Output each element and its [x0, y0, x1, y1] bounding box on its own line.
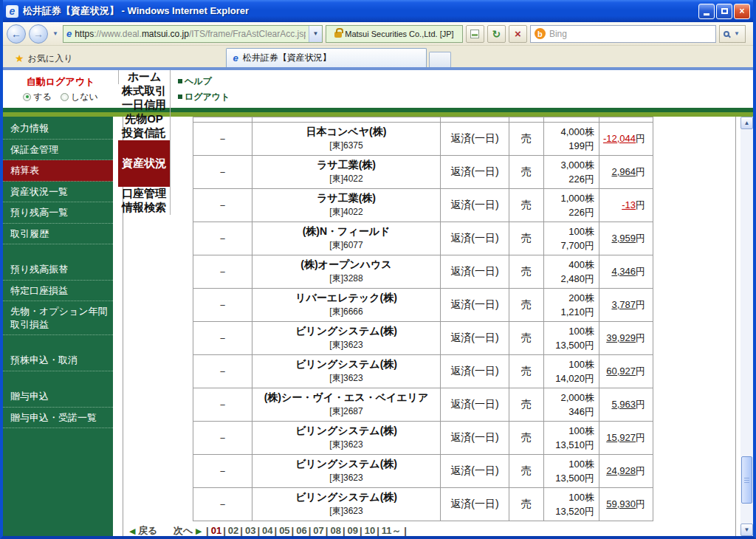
- cell-action: 返済(一日): [441, 156, 509, 189]
- sidebar-item[interactable]: 預り残高振替: [3, 259, 113, 281]
- table-row: − ラサ工業(株) [東]4022 返済(一日) 売 1,000株 226円 -…: [193, 189, 653, 222]
- profit-link[interactable]: 4,346: [611, 266, 636, 277]
- profit-link[interactable]: 59,930: [606, 498, 636, 509]
- cell-profit: 39,929円: [599, 322, 653, 355]
- stock-code: [東]3288: [252, 272, 440, 285]
- top-nav-link[interactable]: ヘルプ: [178, 75, 230, 88]
- page-number-link[interactable]: |11～: [377, 525, 401, 536]
- profit-link[interactable]: 3,787: [611, 299, 636, 310]
- cell-action: 返済(一日): [441, 289, 509, 322]
- compatibility-view-button[interactable]: [466, 25, 484, 43]
- sidebar-item[interactable]: 余力情報: [3, 118, 113, 140]
- page-number-link[interactable]: |03: [240, 525, 255, 536]
- page-number-link[interactable]: |04: [257, 525, 272, 536]
- page-number-link[interactable]: |06: [292, 525, 307, 536]
- page-number-link[interactable]: |01: [206, 525, 221, 536]
- price: 226円: [544, 205, 594, 220]
- page-body: 余力情報保証金管理精算表資産状況一覧預り残高一覧取引履歴預り残高振替特定口座損益…: [3, 117, 753, 536]
- page-viewport: 自動ログアウト する しない ホーム株式取引一日信用先物OP投資信託資産状況口座…: [3, 70, 753, 536]
- cell-profit: 3,959円: [599, 222, 653, 255]
- sidebar-item[interactable]: 預り残高一覧: [3, 202, 113, 224]
- top-nav-item[interactable]: 一日信用: [118, 98, 171, 112]
- sidebar-item[interactable]: 贈与申込・受諾一覧: [3, 408, 113, 429]
- profit-link[interactable]: 15,927: [606, 432, 636, 443]
- certificate-badge[interactable]: Matsui Securities Co.,Ltd. [JP]: [326, 25, 463, 43]
- search-box[interactable]: b Bing: [530, 25, 716, 43]
- cell-profit: 60,927円: [599, 355, 653, 388]
- cell-action: 返済(一日): [441, 355, 509, 388]
- table-row: − リバーエレテック(株) [東]6666 返済(一日) 売 200株 1,21…: [193, 289, 653, 322]
- search-button[interactable]: ▼: [719, 25, 746, 43]
- search-dropdown-icon[interactable]: ▼: [732, 30, 741, 37]
- stock-name: (株)N・フィールド: [252, 225, 440, 238]
- profit-link[interactable]: 5,963: [611, 399, 636, 410]
- profit-unit: 円: [636, 332, 645, 343]
- favorites-button[interactable]: ★ お気に入り: [9, 49, 78, 67]
- profit-link[interactable]: 60,927: [606, 365, 636, 377]
- top-nav-item[interactable]: 情報検索: [118, 201, 171, 215]
- forward-button[interactable]: →: [29, 24, 48, 44]
- sidebar-item[interactable]: 取引履歴: [3, 224, 113, 245]
- next-page-link[interactable]: 次へ ▶: [173, 525, 202, 536]
- address-dropdown-button[interactable]: ▼: [309, 26, 322, 42]
- cell-dash: −: [193, 488, 252, 521]
- sidebar-item[interactable]: 預株申込・取消: [3, 350, 113, 371]
- history-dropdown-icon[interactable]: ▼: [51, 30, 60, 37]
- sidebar-item[interactable]: 保証金管理: [3, 140, 113, 161]
- profit-link[interactable]: -12,044: [603, 133, 636, 144]
- sidebar-item[interactable]: 贈与申込: [3, 386, 113, 408]
- top-nav-item[interactable]: 資産状況: [118, 140, 171, 187]
- sidebar-item[interactable]: 特定口座損益: [3, 281, 113, 302]
- profit-link[interactable]: 3,959: [611, 233, 636, 244]
- star-icon: ★: [15, 52, 24, 64]
- price: 2,480円: [544, 272, 594, 286]
- main-content: − 日本コンベヤ(株) [東]6375 返済(一日) 売 4,000株 199円…: [123, 117, 735, 536]
- scrollbar-thumb[interactable]: [741, 456, 752, 504]
- close-button[interactable]: ×: [734, 4, 750, 19]
- refresh-button[interactable]: ↻: [487, 25, 506, 43]
- top-nav-item[interactable]: 投資信託: [118, 126, 171, 140]
- top-nav-item[interactable]: 口座管理: [118, 187, 171, 201]
- top-nav-item[interactable]: 先物OP: [118, 112, 171, 126]
- scroll-down-button[interactable]: ▼: [740, 523, 753, 536]
- page-number-link[interactable]: |10: [360, 525, 375, 536]
- stock-code: [東]6666: [252, 306, 440, 318]
- minimize-button[interactable]: [698, 4, 715, 19]
- profit-link[interactable]: -13: [622, 199, 636, 210]
- cell-stock: (株)N・フィールド [東]6077: [252, 222, 441, 255]
- quantity: 2,000株: [544, 391, 594, 405]
- sidebar-item[interactable]: 資産状況一覧: [3, 182, 113, 203]
- stock-name: ビリングシステム(株): [252, 325, 440, 338]
- profit-link[interactable]: 39,929: [606, 332, 636, 343]
- profit-link[interactable]: 2,964: [611, 166, 636, 177]
- stock-name: ビリングシステム(株): [252, 425, 440, 438]
- active-tab[interactable]: e 松井証券【資産状況】: [226, 48, 427, 67]
- top-nav-item[interactable]: 株式取引: [118, 84, 171, 98]
- sidebar-item[interactable]: 精算表: [3, 160, 113, 182]
- sidebar-item[interactable]: 先物・オプション年間取引損益: [3, 301, 113, 335]
- cell-profit: -13円: [599, 189, 653, 222]
- address-bar[interactable]: e https://www.deal.matsui.co.jp/ITS/fram…: [63, 25, 323, 43]
- maximize-button[interactable]: [716, 4, 732, 19]
- pagination-end-bar: |: [404, 525, 407, 536]
- top-nav-link[interactable]: ログアウト: [178, 91, 230, 103]
- page-number-link[interactable]: |02: [223, 525, 238, 536]
- auto-logout-off-radio[interactable]: しない: [61, 91, 98, 103]
- new-tab-stub[interactable]: [429, 52, 451, 67]
- vertical-scrollbar[interactable]: ▲ ▼: [740, 117, 753, 536]
- page-number-link[interactable]: |05: [275, 525, 290, 536]
- prev-page-link[interactable]: ◀ 戻る: [129, 525, 157, 536]
- browser-toolbar: ← → ▼ e https://www.deal.matsui.co.jp/IT…: [3, 22, 753, 46]
- top-nav-item[interactable]: ホーム: [118, 70, 171, 84]
- scroll-up-button[interactable]: ▲: [740, 117, 753, 129]
- cell-stock: ビリングシステム(株) [東]3623: [252, 455, 441, 488]
- back-button[interactable]: ←: [7, 24, 26, 44]
- profit-link[interactable]: 24,928: [606, 465, 636, 476]
- stop-button[interactable]: ×: [509, 25, 527, 43]
- page-number-link[interactable]: |07: [309, 525, 324, 536]
- auto-logout-on-radio[interactable]: する: [23, 91, 52, 103]
- cell-action: 返済(一日): [441, 388, 509, 422]
- quantity: 4,000株: [544, 125, 594, 140]
- page-number-link[interactable]: |09: [343, 525, 358, 536]
- page-number-link[interactable]: |08: [326, 525, 341, 536]
